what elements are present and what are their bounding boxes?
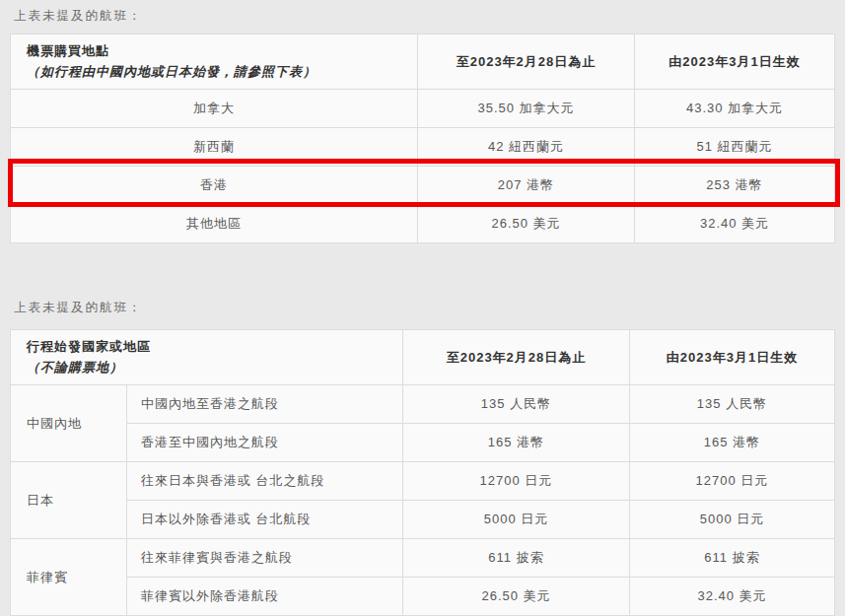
- purchase-location-subtitle: （如行程由中國內地或日本始發，請參照下表）: [27, 63, 403, 81]
- page-container: 上表未提及的航班： 機票購買地點 （如行程由中國內地或日本始發，請參照下表） 至…: [0, 0, 845, 616]
- region-cell-philippines: 菲律賓: [11, 539, 127, 616]
- segment-cell: 往來菲律賓與香港之航段: [127, 539, 403, 578]
- fare-before-cell: 5000 日元: [403, 501, 630, 539]
- effective-date-header: 由2023年3月1日生效: [630, 330, 835, 385]
- until-date-header: 至2023年2月28日為止: [403, 330, 630, 385]
- fare-after-cell: 12700 日元: [630, 462, 835, 501]
- table-header-row: 行程始發國家或地區 （不論購票地） 至2023年2月28日為止 由2023年3月…: [11, 330, 835, 385]
- table-row-hk-to-mainland: 香港至中國內地之航段 165 港幣 165 港幣: [11, 424, 835, 462]
- fare-before-cell: 42 紐西蘭元: [418, 128, 635, 167]
- segment-cell: 菲律賓以外除香港航段: [127, 578, 403, 616]
- fare-after-cell: 253 港幣: [635, 167, 835, 205]
- table-row-japan-other: 日本以外除香港或 台北航段 5000 日元 5000 日元: [11, 501, 835, 539]
- table-row-japan-hk-taipei: 日本 往來日本與香港或 台北之航段 12700 日元 12700 日元: [11, 462, 835, 501]
- origin-country-subtitle: （不論購票地）: [27, 359, 388, 376]
- purchase-location-header: 機票購買地點 （如行程由中國內地或日本始發，請參照下表）: [11, 34, 418, 90]
- flights-not-mentioned-label-2: 上表未提及的航班：: [14, 300, 835, 315]
- fare-after-cell: 32.40 美元: [630, 578, 835, 616]
- place-cell: 加拿大: [11, 90, 418, 128]
- segment-cell: 香港至中國內地之航段: [127, 424, 403, 462]
- table-row-new-zealand: 新西蘭 42 紐西蘭元 51 紐西蘭元: [11, 128, 835, 167]
- itinerary-origin-table: 行程始發國家或地區 （不論購票地） 至2023年2月28日為止 由2023年3月…: [10, 329, 835, 616]
- segment-cell: 中國內地至香港之航段: [127, 385, 403, 424]
- effective-date-header: 由2023年3月1日生效: [635, 34, 835, 90]
- until-date-header: 至2023年2月28日為止: [418, 34, 635, 90]
- region-cell-japan: 日本: [11, 462, 127, 539]
- table-row-philippines-other: 菲律賓以外除香港航段 26.50 美元 32.40 美元: [11, 578, 835, 616]
- table-row-hong-kong: 香港 207 港幣 253 港幣: [11, 167, 835, 205]
- fare-before-cell: 26.50 美元: [418, 205, 635, 243]
- segment-cell: 往來日本與香港或 台北之航段: [127, 462, 403, 501]
- purchase-location-title: 機票購買地點: [27, 43, 109, 58]
- fare-before-cell: 26.50 美元: [403, 578, 630, 616]
- fare-after-cell: 5000 日元: [630, 501, 835, 539]
- table-row-mainland-to-hk: 中國內地 中國內地至香港之航段 135 人民幣 135 人民幣: [11, 385, 835, 424]
- place-cell: 新西蘭: [11, 128, 418, 167]
- fare-after-cell: 611 披索: [630, 539, 835, 578]
- fare-before-cell: 135 人民幣: [403, 385, 630, 424]
- segment-cell: 日本以外除香港或 台北航段: [127, 501, 403, 539]
- table-header-row: 機票購買地點 （如行程由中國內地或日本始發，請參照下表） 至2023年2月28日…: [11, 34, 835, 90]
- fare-after-cell: 51 紐西蘭元: [635, 128, 835, 167]
- table-row-philippines-hk: 菲律賓 往來菲律賓與香港之航段 611 披索 611 披索: [11, 539, 835, 578]
- place-cell: 香港: [11, 167, 418, 205]
- region-cell-mainland-china: 中國內地: [11, 385, 127, 462]
- fare-after-cell: 32.40 美元: [635, 205, 835, 243]
- flights-not-mentioned-label-1: 上表未提及的航班：: [14, 8, 835, 24]
- fare-before-cell: 611 披索: [403, 539, 630, 578]
- fare-after-cell: 43.30 加拿大元: [635, 90, 835, 128]
- origin-country-header: 行程始發國家或地區 （不論購票地）: [11, 330, 403, 385]
- fare-before-cell: 207 港幣: [418, 167, 635, 205]
- table-row-canada: 加拿大 35.50 加拿大元 43.30 加拿大元: [11, 90, 835, 128]
- fare-after-cell: 165 港幣: [630, 424, 835, 462]
- fare-before-cell: 35.50 加拿大元: [418, 90, 635, 128]
- place-cell: 其他地區: [11, 205, 418, 243]
- origin-country-title: 行程始發國家或地區: [27, 339, 151, 354]
- fare-before-cell: 165 港幣: [403, 424, 630, 462]
- ticket-purchase-location-table: 機票購買地點 （如行程由中國內地或日本始發，請參照下表） 至2023年2月28日…: [10, 34, 835, 243]
- table-row-other-regions: 其他地區 26.50 美元 32.40 美元: [11, 205, 835, 243]
- fare-after-cell: 135 人民幣: [630, 385, 835, 424]
- fare-before-cell: 12700 日元: [403, 462, 630, 501]
